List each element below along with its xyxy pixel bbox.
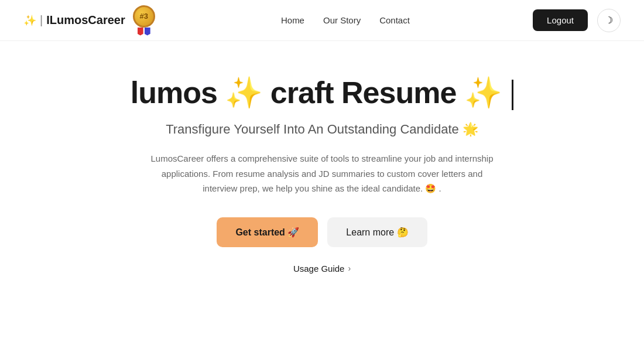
hero-buttons: Get started 🚀 Learn more 🤔 — [217, 217, 427, 247]
learn-more-button[interactable]: Learn more 🤔 — [327, 217, 427, 247]
nav-home[interactable]: Home — [281, 15, 304, 25]
brand-container: ✨ | ILumosCareer #3 — [23, 5, 158, 36]
wand-icon: ✨ — [23, 14, 36, 27]
nav-actions: Logout ☽ — [533, 9, 621, 32]
medal-badge: #3 — [130, 5, 158, 36]
nav-contact[interactable]: Contact — [379, 15, 410, 25]
usage-guide-label: Usage Guide — [293, 264, 345, 274]
cursor-blink — [512, 80, 513, 110]
theme-toggle-button[interactable]: ☽ — [597, 9, 621, 32]
hero-description: LumosCareer offers a comprehensive suite… — [146, 151, 498, 196]
nav-our-story[interactable]: Our Story — [323, 15, 361, 25]
logout-button[interactable]: Logout — [533, 9, 588, 31]
medal-number: #3 — [139, 12, 148, 21]
brand-logo[interactable]: ✨ | ILumosCareer — [23, 13, 125, 27]
hero-title-part2: craft Resume — [270, 76, 456, 110]
medal-ribbon — [138, 28, 150, 36]
moon-icon: ☽ — [605, 15, 613, 26]
nav-links: Home Our Story Contact — [281, 15, 410, 25]
get-started-button[interactable]: Get started 🚀 — [217, 217, 318, 247]
navbar: ✨ | ILumosCareer #3 Home Our Story Conta… — [0, 0, 644, 41]
ribbon-right — [145, 28, 150, 36]
chevron-right-icon: › — [348, 264, 351, 273]
hero-section: lumos ✨ craft Resume ✨ Transfigure Yours… — [0, 41, 644, 274]
ribbon-left — [138, 28, 143, 36]
hero-subtitle: Transfigure Yourself Into An Outstanding… — [166, 122, 478, 137]
brand-name: ILumosCareer — [46, 13, 125, 27]
medal-circle: #3 — [133, 5, 155, 28]
brand-pipe: | — [40, 13, 43, 27]
hero-title-emoji2: ✨ — [464, 76, 502, 110]
hero-title-emoji1: ✨ — [225, 76, 270, 110]
hero-title-part1: lumos — [131, 76, 217, 110]
usage-guide-link[interactable]: Usage Guide › — [293, 264, 351, 274]
hero-title: lumos ✨ craft Resume ✨ — [131, 76, 513, 110]
